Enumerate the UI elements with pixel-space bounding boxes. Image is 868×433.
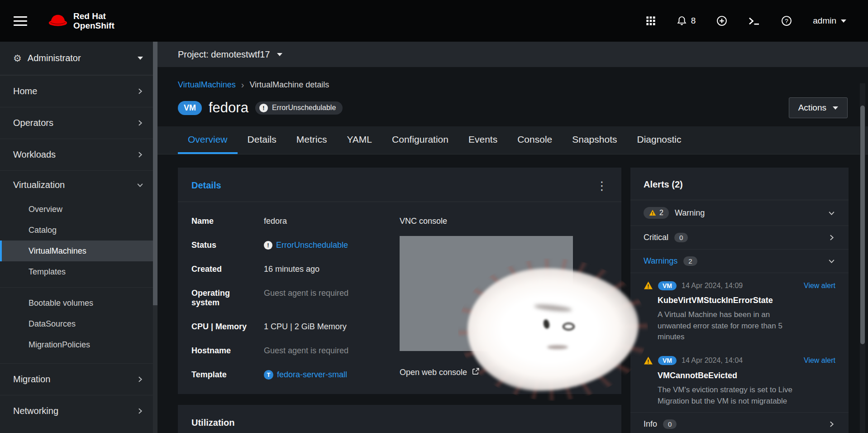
chevron-right-icon — [136, 375, 144, 383]
sidebar-item-label: MigrationPolicies — [29, 340, 90, 350]
vm-kind-badge: VM — [658, 281, 677, 290]
sidebar-item-virtualization[interactable]: Virtualization — [0, 171, 157, 199]
notification-count: 8 — [691, 16, 696, 26]
overview-body: Details ⋮ Name fedora Status — [157, 154, 868, 433]
perspective-switcher[interactable]: ⚙ Administrator — [0, 42, 157, 75]
openshift-console: Red Hat OpenShift 8 — [0, 0, 868, 433]
sidebar-item-datasources[interactable]: DataSources — [0, 313, 157, 334]
tab-snapshots[interactable]: Snapshots — [562, 126, 627, 154]
vnc-console-preview[interactable] — [400, 236, 573, 351]
field-value: Guest agent is required — [264, 289, 400, 298]
chevron-down-icon — [841, 19, 846, 23]
title-row: VM fedora ! ErrorUnschedulable Actions — [178, 97, 848, 118]
masthead-toolbar: 8 ? admin — [646, 15, 846, 26]
sidebar-item-label: Migration — [13, 374, 50, 385]
tab-metrics[interactable]: Metrics — [286, 126, 337, 154]
sidebar-item-label: Overview — [29, 205, 62, 214]
alerts-card: Alerts (2) 2 Warning — [630, 168, 849, 433]
view-alert-link[interactable]: View alert — [804, 356, 835, 365]
breadcrumb: VirtualMachines › VirtualMachine details — [178, 80, 848, 90]
chevron-right-icon — [136, 407, 144, 415]
gear-icon: ⚙ — [13, 53, 22, 64]
brand-line-2: OpenShift — [73, 21, 114, 30]
warning-triangle-icon — [649, 209, 656, 216]
tab-diagnostic[interactable]: Diagnostic — [627, 126, 691, 154]
alerts-warning-group-toggle[interactable]: 2 Warning — [630, 200, 849, 226]
field-status: Status ! ErrorUnschedulable — [191, 241, 400, 250]
sidebar-item-virtualmachines[interactable]: VirtualMachines — [0, 241, 157, 261]
kebab-menu-icon[interactable]: ⋮ — [596, 183, 608, 189]
tab-events[interactable]: Events — [458, 126, 507, 154]
chevron-right-icon — [828, 234, 835, 241]
sidebar-item-label: Home — [13, 86, 37, 96]
sidebar-scrollbar-thumb[interactable] — [153, 42, 157, 305]
redhat-openshift-logo[interactable]: Red Hat OpenShift — [46, 11, 114, 30]
alerts-critical-toggle[interactable]: Critical 0 — [630, 226, 849, 250]
view-alert-link[interactable]: View alert — [804, 282, 835, 290]
help-icon[interactable]: ? — [781, 15, 792, 26]
status-link[interactable]: ! ErrorUnschedulable — [264, 241, 400, 250]
sidebar-item-catalog[interactable]: Catalog — [0, 220, 157, 241]
details-card-title-link[interactable]: Details — [191, 180, 221, 191]
alert-timestamp: 14 Apr 2024, 14:04 — [682, 356, 743, 365]
template-link[interactable]: T fedora-server-small — [264, 370, 400, 380]
page-title: fedora — [209, 100, 248, 116]
chevron-down-icon — [136, 181, 144, 189]
sidebar-item-migration[interactable]: Migration — [0, 363, 157, 395]
sidebar-group-virtualization: Virtualization Overview Catalog VirtualM… — [0, 170, 157, 363]
critical-count-badge: 0 — [674, 233, 688, 242]
tab-overview[interactable]: Overview — [178, 126, 238, 154]
warnings-count-badge: 2 — [683, 256, 697, 266]
chevron-right-icon — [136, 87, 144, 95]
username: admin — [813, 16, 836, 26]
open-web-console-link[interactable]: Open web console — [400, 367, 480, 378]
chevron-right-icon — [136, 151, 144, 159]
alerts-warnings-toggle[interactable]: Warnings 2 — [630, 250, 849, 273]
sidebar-item-label: DataSources — [29, 319, 76, 329]
sidebar-item-label: Bootable volumes — [29, 298, 93, 308]
tab-console[interactable]: Console — [507, 126, 562, 154]
notifications-bell-icon[interactable]: 8 — [677, 16, 696, 26]
sidebar-item-templates[interactable]: Templates — [0, 261, 157, 282]
field-label: Template — [191, 370, 259, 380]
tab-configuration[interactable]: Configuration — [382, 126, 458, 154]
alert-description: A Virtual Machine has been in an unwante… — [658, 309, 804, 343]
sidebar-item-label: Workloads — [13, 149, 56, 160]
vnc-console-label: VNC console — [400, 216, 608, 226]
sidebar-item-operators[interactable]: Operators — [0, 107, 157, 139]
status-badge[interactable]: ! ErrorUnschedulable — [255, 101, 343, 115]
template-badge-icon: T — [264, 370, 273, 380]
alerts-info-toggle[interactable]: Info 0 — [630, 412, 849, 433]
actions-button[interactable]: Actions — [789, 97, 848, 118]
user-menu[interactable]: admin — [813, 16, 846, 26]
sidebar-item-label: VirtualMachines — [29, 246, 86, 256]
page-scrollbar-thumb[interactable] — [860, 106, 865, 344]
chevron-right-icon — [136, 119, 144, 127]
redhat-hat-icon — [46, 12, 70, 30]
perspective-label: Administrator — [28, 53, 132, 63]
quick-create-plus-icon[interactable] — [716, 15, 727, 26]
field-value: Guest agent is required — [264, 346, 400, 356]
field-label: Created — [191, 265, 259, 274]
field-label: Hostname — [191, 346, 259, 356]
nav-toggle-hamburger-icon[interactable] — [14, 16, 27, 26]
sidebar-item-label: Templates — [29, 267, 66, 277]
alert-item: VM 14 Apr 2024, 14:04 View alert VMCanno… — [630, 348, 849, 412]
sidebar-item-networking[interactable]: Networking — [0, 395, 157, 427]
alert-item: VM 14 Apr 2024, 14:09 View alert KubeVir… — [630, 273, 849, 348]
sidebar-item-home[interactable]: Home — [0, 75, 157, 107]
sidebar-item-bootable-volumes[interactable]: Bootable volumes — [0, 293, 157, 313]
web-terminal-icon[interactable] — [748, 16, 760, 26]
tab-yaml[interactable]: YAML — [337, 126, 382, 154]
warning-group-label: Warning — [675, 208, 705, 218]
tab-details[interactable]: Details — [238, 126, 286, 154]
alert-title: KubeVirtVMStuckInErrorState — [658, 296, 835, 305]
app-launcher-icon[interactable] — [646, 16, 656, 26]
sidebar-item-virtualization-overview[interactable]: Overview — [0, 199, 157, 220]
sidebar-item-migrationpolicies[interactable]: MigrationPolicies — [0, 334, 157, 355]
sidebar-item-workloads[interactable]: Workloads — [0, 139, 157, 170]
main-content: Project: demotestwtf17 VirtualMachines ›… — [157, 42, 868, 433]
project-selector[interactable]: Project: demotestwtf17 — [157, 42, 868, 67]
sidebar-item-label: Operators — [13, 118, 53, 128]
breadcrumb-link-virtualmachines[interactable]: VirtualMachines — [178, 80, 236, 90]
